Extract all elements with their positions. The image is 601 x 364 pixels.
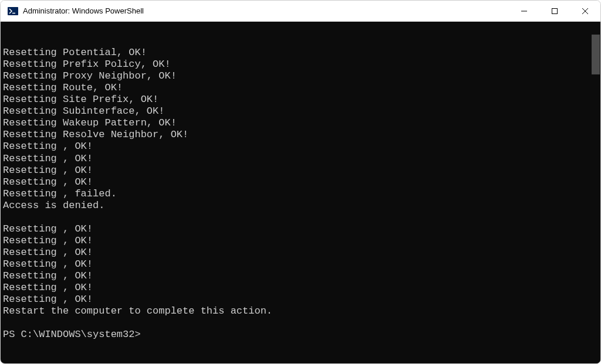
terminal-area[interactable]: Resetting Potential, OK! Resetting Prefi… — [1, 22, 600, 363]
scrollbar-track[interactable] — [591, 22, 600, 363]
close-button[interactable] — [570, 1, 600, 21]
minimize-button[interactable] — [509, 1, 539, 21]
titlebar[interactable]: Administrator: Windows PowerShell — [1, 1, 600, 22]
maximize-button[interactable] — [539, 1, 570, 21]
window-title: Administrator: Windows PowerShell — [23, 6, 509, 15]
svg-rect-0 — [8, 7, 18, 15]
terminal-output: Resetting Potential, OK! Resetting Prefi… — [3, 47, 600, 341]
scrollbar-thumb[interactable] — [592, 35, 600, 74]
powershell-icon — [8, 6, 18, 16]
window-controls — [509, 1, 600, 21]
svg-rect-3 — [552, 8, 558, 13]
powershell-window: Administrator: Windows PowerShell Resett… — [0, 0, 601, 364]
